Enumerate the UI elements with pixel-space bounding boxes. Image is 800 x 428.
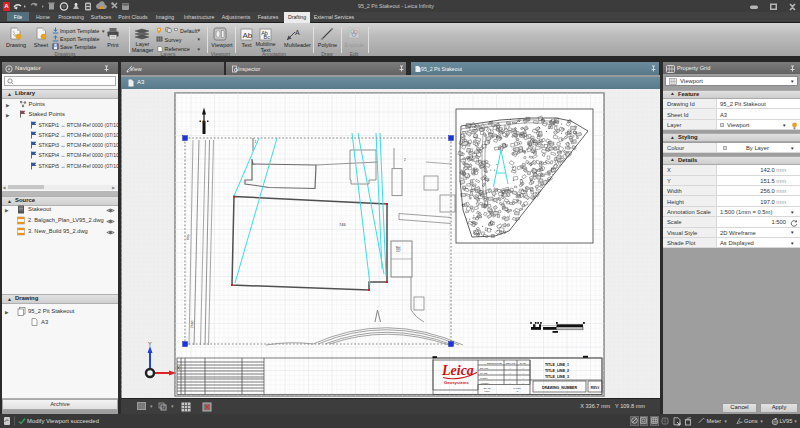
svg-text:2560: 2560 — [190, 320, 195, 328]
svg-text:CHECK: CHECK — [480, 377, 488, 379]
svg-text:1:500: 1:500 — [484, 390, 490, 392]
svg-text:Rte: Rte — [186, 234, 190, 240]
svg-text:Geosystems: Geosystems — [444, 380, 470, 385]
svg-text:PLANS: PLANS — [480, 372, 488, 374]
svg-text:DESCRIPTION: DESCRIPTION — [487, 362, 502, 364]
svg-text:DATE: DATE — [520, 362, 526, 364]
svg-text:257: 257 — [396, 249, 401, 253]
svg-text:APPROV: APPROV — [480, 382, 490, 384]
svg-text:Ab: Ab — [243, 30, 253, 39]
svg-text:TITLE_LINE_1: TITLE_LINE_1 — [545, 363, 569, 367]
svg-text:A: A — [295, 29, 300, 36]
svg-text:REV#: REV# — [591, 386, 600, 390]
svg-text:Bc: Bc — [264, 34, 271, 40]
svg-text:DRAWN: DRAWN — [480, 367, 489, 369]
svg-text:X: X — [177, 365, 181, 371]
svg-text:Y: Y — [148, 342, 152, 347]
svg-text:PAPER: PAPER — [513, 387, 521, 389]
svg-text:DRAWING_NUMBER: DRAWING_NUMBER — [542, 386, 578, 390]
svg-text:2: 2 — [404, 158, 406, 162]
svg-text:TITLE_LINE_2: TITLE_LINE_2 — [545, 369, 569, 373]
svg-text:TITLE_LINE_3: TITLE_LINE_3 — [545, 375, 569, 379]
svg-text:746: 746 — [339, 222, 346, 227]
svg-text:SCALE: SCALE — [483, 387, 491, 389]
svg-text:DETAILS: DETAILS — [506, 362, 515, 364]
